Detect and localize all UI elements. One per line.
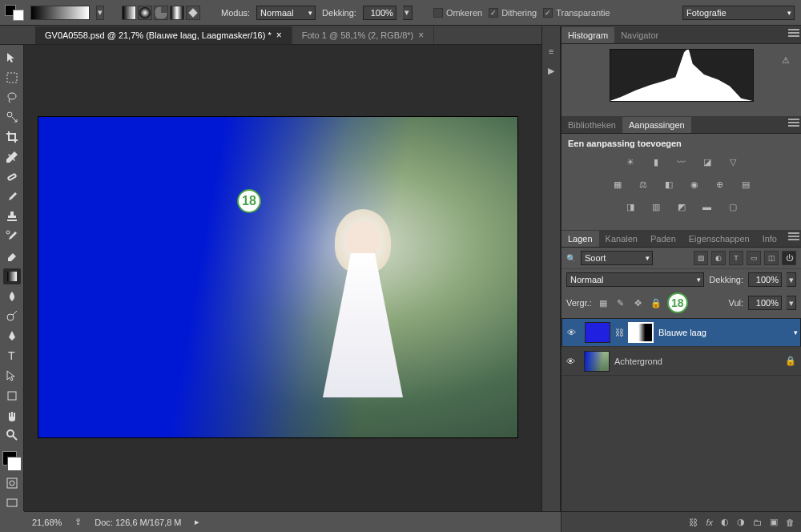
- canvas-area[interactable]: 18: [24, 45, 561, 511]
- brightness-icon[interactable]: ☀: [623, 155, 638, 169]
- history-brush-tool[interactable]: [3, 228, 21, 244]
- brush-tool[interactable]: [3, 189, 21, 205]
- opacity-dropdown[interactable]: ▾: [403, 6, 413, 20]
- quick-select-tool[interactable]: [3, 109, 21, 125]
- transparency-checkbox[interactable]: ✓Transparantie: [543, 8, 610, 18]
- doc-size[interactable]: Doc: 126,6 M/167,8 M: [95, 518, 181, 527]
- blur-tool[interactable]: [3, 288, 21, 304]
- marquee-tool[interactable]: [3, 70, 21, 86]
- new-layer-icon[interactable]: ▣: [770, 517, 778, 527]
- toggle-icon[interactable]: ≡: [544, 44, 558, 58]
- gradient-diamond-button[interactable]: [186, 6, 200, 20]
- filter-smart-icon[interactable]: ◫: [764, 251, 779, 265]
- heal-tool[interactable]: [3, 169, 21, 185]
- dithering-checkbox[interactable]: ✓Dithering: [489, 8, 537, 18]
- fill-dropdown[interactable]: ▾: [787, 296, 796, 310]
- layer-name[interactable]: Blauwe laag: [658, 328, 706, 337]
- filter-adjust-icon[interactable]: ◐: [711, 251, 726, 265]
- layer-row[interactable]: 👁 Achtergrond 🔒: [562, 347, 801, 376]
- layer-thumbnail[interactable]: [584, 351, 610, 372]
- document-canvas[interactable]: 18: [38, 117, 517, 437]
- gradient-angle-button[interactable]: [154, 6, 168, 20]
- visibility-icon[interactable]: 👁: [566, 357, 579, 366]
- move-tool[interactable]: [3, 50, 21, 66]
- lasso-tool[interactable]: [3, 90, 21, 106]
- histogram-tab[interactable]: Histogram: [562, 27, 614, 43]
- gradient-map-icon[interactable]: ▬: [700, 200, 714, 214]
- libraries-tab[interactable]: Bibliotheken: [562, 117, 622, 133]
- workspace-select[interactable]: Fotografie: [682, 6, 795, 20]
- gradient-preview[interactable]: [30, 6, 90, 20]
- lock-transparency-icon[interactable]: ▦: [597, 296, 610, 309]
- close-icon[interactable]: ×: [276, 30, 282, 41]
- gradient-radial-button[interactable]: [138, 6, 152, 20]
- crop-tool[interactable]: [3, 129, 21, 145]
- warning-icon[interactable]: ⚠: [782, 55, 790, 66]
- status-arrow-icon[interactable]: ▸: [195, 517, 199, 527]
- channel-mixer-icon[interactable]: ⊕: [713, 177, 727, 191]
- fill-input[interactable]: 100%: [748, 296, 782, 310]
- paths-tab[interactable]: Paden: [644, 231, 682, 247]
- eyedropper-tool[interactable]: [3, 149, 21, 165]
- mode-select[interactable]: Normaal: [256, 6, 316, 20]
- gradient-picker-dropdown[interactable]: ▾: [96, 6, 104, 20]
- panel-menu-icon[interactable]: [788, 119, 799, 128]
- zoom-tool[interactable]: [3, 427, 21, 443]
- layer-thumbnail[interactable]: [585, 322, 610, 343]
- levels-icon[interactable]: ▮: [649, 155, 663, 169]
- share-icon[interactable]: ⇪: [74, 517, 82, 527]
- link-layers-icon[interactable]: ⛓: [689, 518, 698, 527]
- new-fill-icon[interactable]: ◑: [737, 517, 745, 527]
- screen-mode-toggle[interactable]: [3, 495, 21, 511]
- dodge-tool[interactable]: [3, 308, 21, 324]
- document-tab[interactable]: GV0A0558.psd @ 21,7% (Blauwe laag, Laagm…: [35, 26, 292, 44]
- path-select-tool[interactable]: [3, 368, 21, 384]
- exposure-icon[interactable]: ◪: [700, 155, 714, 169]
- panel-menu-icon[interactable]: [788, 29, 799, 38]
- filter-shape-icon[interactable]: ▭: [747, 251, 761, 265]
- invert-icon[interactable]: ◨: [623, 200, 638, 214]
- delete-icon[interactable]: 🗑: [786, 518, 795, 527]
- type-tool[interactable]: T: [3, 348, 21, 364]
- threshold-icon[interactable]: ◩: [674, 200, 689, 214]
- filter-toggle-icon[interactable]: ⏻: [782, 251, 796, 265]
- navigator-tab[interactable]: Navigator: [614, 27, 665, 43]
- lookup-icon[interactable]: ▤: [739, 177, 753, 191]
- gradient-linear-button[interactable]: [122, 6, 136, 20]
- opacity-input[interactable]: 100%: [363, 6, 396, 20]
- balance-icon[interactable]: ⚖: [636, 177, 650, 191]
- layer-filter-select[interactable]: Soort: [581, 251, 653, 265]
- vibrance-icon[interactable]: ▽: [726, 155, 740, 169]
- play-icon[interactable]: ▶: [544, 63, 558, 78]
- layer-mask-thumbnail[interactable]: [628, 322, 654, 343]
- gradient-colors-swatch[interactable]: [5, 5, 24, 21]
- panel-menu-icon[interactable]: [788, 232, 799, 242]
- properties-tab[interactable]: Eigenschappen: [682, 231, 756, 247]
- hue-icon[interactable]: ▦: [610, 177, 625, 191]
- close-icon[interactable]: ×: [418, 30, 424, 41]
- reverse-checkbox[interactable]: Omkeren: [433, 8, 482, 18]
- mask-icon[interactable]: ◐: [721, 517, 729, 527]
- selective-color-icon[interactable]: ▢: [726, 200, 740, 214]
- layer-opacity-input[interactable]: 100%: [748, 272, 782, 287]
- layer-opacity-dropdown[interactable]: ▾: [787, 272, 796, 287]
- hand-tool[interactable]: [3, 408, 21, 424]
- layer-name[interactable]: Achtergrond: [614, 357, 662, 366]
- quick-mask-toggle[interactable]: [3, 475, 21, 491]
- gradient-tool[interactable]: [3, 268, 21, 284]
- eraser-tool[interactable]: [3, 248, 21, 264]
- lock-position-icon[interactable]: ✥: [632, 296, 645, 309]
- bw-icon[interactable]: ◧: [662, 177, 676, 191]
- lock-pixels-icon[interactable]: ✎: [614, 296, 627, 309]
- shape-tool[interactable]: [3, 388, 21, 404]
- layers-tab[interactable]: Lagen: [562, 231, 599, 247]
- stamp-tool[interactable]: [3, 209, 21, 225]
- fx-icon[interactable]: fx: [706, 518, 713, 527]
- gradient-reflected-button[interactable]: [170, 6, 184, 20]
- channels-tab[interactable]: Kanalen: [599, 231, 644, 247]
- zoom-level[interactable]: 21,68%: [32, 518, 62, 527]
- lock-all-icon[interactable]: 🔒: [650, 296, 662, 309]
- color-swatch[interactable]: [2, 451, 22, 471]
- info-tab[interactable]: Info: [756, 231, 783, 247]
- pen-tool[interactable]: [3, 328, 21, 344]
